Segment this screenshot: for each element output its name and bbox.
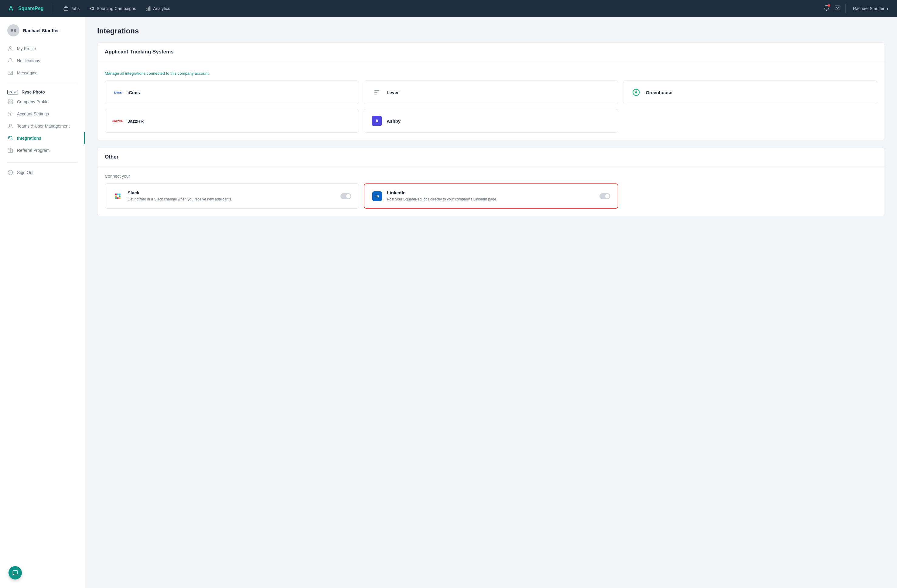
linkedin-toggle[interactable]	[599, 193, 610, 199]
slack-toggle[interactable]	[340, 193, 351, 199]
other-section-card: Other Connect your	[97, 148, 885, 216]
integration-ashby[interactable]: A Ashby	[364, 109, 618, 133]
sidebar-item-integrations[interactable]: Integrations	[0, 132, 85, 144]
svg-point-13	[9, 124, 11, 126]
grid-icon	[7, 99, 13, 105]
sidebar-item-my-profile[interactable]: My Profile	[0, 43, 85, 55]
sidebar-item-account-settings[interactable]: Account Settings	[0, 108, 85, 120]
icims-logo: icims	[112, 87, 123, 98]
svg-rect-26	[119, 195, 121, 197]
sidebar-item-signout[interactable]: Sign Out	[0, 167, 85, 179]
svg-rect-8	[8, 100, 10, 101]
page-title: Integrations	[97, 27, 885, 35]
svg-rect-0	[6, 4, 16, 13]
linkedin-toggle-switch[interactable]	[599, 193, 610, 199]
sidebar-item-notifications[interactable]: Notifications	[0, 55, 85, 67]
user-menu-button[interactable]: Rachael Stauffer ▾	[851, 5, 891, 12]
svg-point-6	[9, 46, 11, 48]
linkedin-logo: in	[372, 191, 383, 202]
icims-name: iCims	[127, 90, 140, 95]
nav-right: Rachael Stauffer ▾	[824, 4, 891, 13]
lever-name: Lever	[387, 90, 399, 95]
nav-link-analytics[interactable]: Analytics	[141, 4, 174, 13]
integration-jazzhr[interactable]: JazzHR JazzHR	[105, 109, 359, 133]
other-section-title: Other	[105, 154, 877, 160]
jazzhr-logo: JazzHR	[112, 115, 123, 126]
svg-rect-25	[115, 195, 116, 197]
nav-divider	[53, 4, 53, 13]
connect-label: Connect your	[105, 174, 877, 179]
integration-lever[interactable]: Lever	[364, 81, 618, 104]
sidebar-item-messaging[interactable]: Messaging	[0, 67, 85, 79]
ashby-logo: A	[371, 115, 382, 126]
signout-icon	[7, 170, 13, 176]
notifications-button[interactable]	[824, 5, 830, 12]
sidebar-item-company-profile[interactable]: Company Profile	[0, 96, 85, 108]
svg-rect-2	[149, 7, 150, 10]
main-content: Integrations Applicant Tracking Systems …	[85, 17, 897, 588]
svg-rect-20	[115, 197, 116, 199]
sidebar-item-referral[interactable]: Referral Program	[0, 144, 85, 156]
svg-point-17	[635, 92, 637, 93]
app-layout: RS Rachael Stauffer My Profile Notificat…	[0, 17, 897, 588]
other-section-body: Connect your	[98, 167, 885, 216]
linkedin-info: LinkedIn Post your SquarePeg jobs direct…	[387, 190, 595, 202]
refresh-icon	[7, 135, 13, 141]
avatar: RS	[7, 24, 20, 37]
gear-icon	[7, 111, 13, 117]
slack-info: Slack Get notified in a Slack channel wh…	[127, 190, 336, 202]
other-section-header: Other	[98, 148, 885, 167]
svg-rect-3	[148, 8, 149, 10]
svg-rect-10	[8, 103, 10, 104]
nav-separator-2	[845, 4, 846, 13]
sidebar-bottom-divider	[7, 162, 77, 163]
greenhouse-logo	[631, 87, 641, 98]
sidebar-company-name: RYSE Ryse Photo	[0, 87, 85, 96]
chevron-down-icon: ▾	[886, 6, 888, 11]
svg-rect-21	[119, 193, 121, 195]
sidebar-item-teams[interactable]: Teams & User Management	[0, 120, 85, 132]
integration-greenhouse[interactable]: Greenhouse	[623, 81, 877, 104]
ats-section-body: Manage all integrations connected to thi…	[98, 61, 885, 140]
other-grid: Slack Get notified in a Slack channel wh…	[105, 184, 877, 209]
ats-section-header: Applicant Tracking Systems	[98, 43, 885, 61]
ats-section-card: Applicant Tracking Systems Manage all in…	[97, 43, 885, 140]
nav-link-jobs[interactable]: Jobs	[59, 4, 84, 13]
sidebar: RS Rachael Stauffer My Profile Notificat…	[0, 17, 85, 588]
bar-chart-icon	[146, 6, 151, 11]
svg-rect-11	[11, 103, 12, 104]
svg-rect-9	[11, 100, 12, 101]
app-logo[interactable]: SquarePeg	[6, 4, 44, 13]
linkedin-name: LinkedIn	[387, 190, 595, 195]
integration-linkedin[interactable]: in LinkedIn Post your SquarePeg jobs dir…	[364, 184, 618, 209]
people-icon	[7, 123, 13, 129]
nav-link-sourcing[interactable]: Sourcing Campaigns	[85, 4, 140, 13]
sidebar-username: Rachael Stauffer	[23, 28, 59, 33]
chat-fab-button[interactable]	[9, 566, 22, 579]
svg-rect-4	[146, 9, 147, 10]
svg-rect-19	[115, 193, 116, 195]
slack-toggle-switch[interactable]	[340, 193, 351, 199]
nav-links: Jobs Sourcing Campaigns Analytics	[59, 4, 824, 13]
messages-button[interactable]	[834, 5, 840, 12]
gift-icon	[7, 147, 13, 153]
ashby-name: Ashby	[387, 118, 401, 124]
svg-rect-7	[8, 71, 13, 75]
ats-subtitle: Manage all integrations connected to thi…	[105, 71, 877, 76]
integration-icims[interactable]: icims iCims	[105, 81, 359, 104]
sidebar-divider	[7, 83, 77, 83]
slack-logo	[112, 191, 123, 202]
megaphone-icon	[89, 6, 94, 11]
slack-name: Slack	[127, 190, 336, 195]
notification-badge	[828, 4, 830, 7]
chat-fab-icon	[12, 570, 18, 576]
ats-section-title: Applicant Tracking Systems	[105, 49, 877, 55]
svg-rect-5	[835, 6, 840, 10]
top-navigation: SquarePeg Jobs Sourcing Campaigns Analyt…	[0, 0, 897, 17]
svg-rect-24	[117, 197, 119, 199]
svg-rect-1	[64, 8, 68, 10]
integration-slack[interactable]: Slack Get notified in a Slack channel wh…	[105, 184, 359, 209]
mail-icon	[834, 5, 840, 11]
slack-description: Get notified in a Slack channel when you…	[127, 196, 336, 202]
linkedin-description: Post your SquarePeg jobs directly to you…	[387, 196, 595, 202]
